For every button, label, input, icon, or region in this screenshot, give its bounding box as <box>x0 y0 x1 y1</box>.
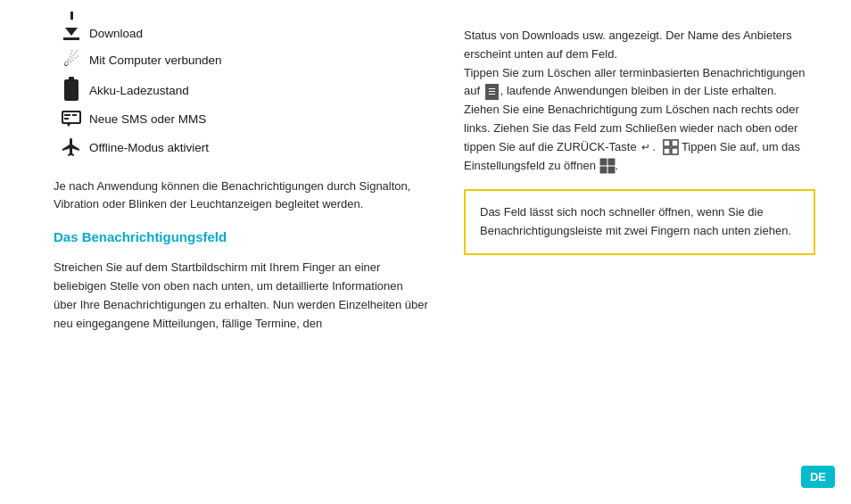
left-column: Download ☄ Mit Computer verbunden Akku-L… <box>54 27 428 477</box>
svg-marker-5 <box>67 124 70 127</box>
right-main-text: Status von Downloads usw. angezeigt. Der… <box>464 27 815 175</box>
svg-rect-11 <box>607 159 614 165</box>
list-item: Akku-Ladezustand <box>54 79 428 101</box>
svg-rect-3 <box>64 118 69 120</box>
svg-rect-12 <box>599 167 606 173</box>
usb-label: Mit Computer verbunden <box>89 54 222 67</box>
usb-icon: ☄ <box>54 49 89 70</box>
section-heading: Das Benachrichtigungsfeld <box>54 229 428 244</box>
svg-rect-9 <box>671 148 677 154</box>
delete-notifications-icon: ☰ <box>485 84 499 100</box>
icon-list: Download ☄ Mit Computer verbunden Akku-L… <box>54 27 428 158</box>
sms-icon <box>54 110 89 128</box>
svg-rect-7 <box>671 140 677 146</box>
list-item: Offline-Modus aktiviert <box>54 136 428 158</box>
download-label: Download <box>89 27 143 40</box>
svg-rect-10 <box>599 159 606 165</box>
tip-box: Das Feld lässt sich noch schneller öffne… <box>464 189 815 255</box>
list-item: Neue SMS oder MMS <box>54 110 428 128</box>
settings-icon-small <box>599 158 616 174</box>
svg-rect-2 <box>64 114 70 116</box>
list-item: ☄ Mit Computer verbunden <box>54 49 428 70</box>
body-text: Streichen Sie auf dem Startbildschirm mi… <box>54 259 428 333</box>
settings-grid-icon <box>663 139 679 155</box>
svg-rect-6 <box>663 140 669 146</box>
battery-icon <box>54 79 89 101</box>
sms-label: Neue SMS oder MMS <box>89 112 206 126</box>
svg-rect-1 <box>63 112 79 122</box>
airplane-icon <box>54 136 89 158</box>
svg-rect-13 <box>607 167 614 173</box>
tip-text: Das Feld lässt sich noch schneller öffne… <box>480 205 791 237</box>
list-item: Download <box>54 27 428 40</box>
right-column: Status von Downloads usw. angezeigt. Der… <box>464 27 815 477</box>
airplane-label: Offline-Modus aktiviert <box>89 141 209 154</box>
svg-rect-8 <box>663 148 669 154</box>
download-icon <box>54 28 89 40</box>
back-arrow-icon: ↵ <box>641 139 650 156</box>
description-text: Je nach Anwendung können die Benachricht… <box>54 178 428 213</box>
svg-rect-4 <box>72 114 77 116</box>
de-badge: DE <box>801 466 835 488</box>
battery-label: Akku-Ladezustand <box>89 84 189 97</box>
